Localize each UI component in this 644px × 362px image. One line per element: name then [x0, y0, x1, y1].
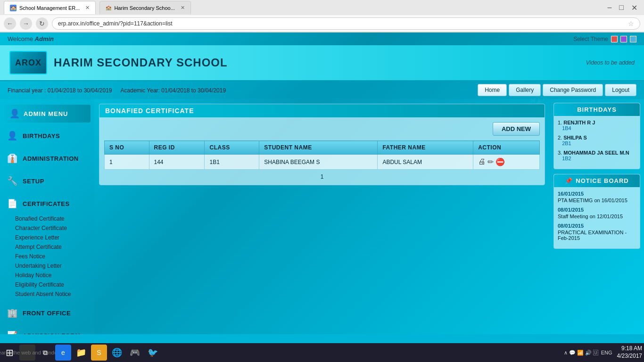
theme-blue[interactable]: [630, 36, 636, 42]
pagination: 1: [104, 173, 540, 180]
nav-bar: Financial year : 01/04/2018 to 30/04/201…: [0, 81, 644, 99]
sidebar-section-administration: 👔 ADMINISTRATION: [0, 147, 94, 170]
sidebar-section-setup: 🔧 SETUP: [0, 170, 94, 192]
sidebar-setup-label: SETUP: [23, 178, 44, 185]
holiday-notice-link[interactable]: Holiday Notice: [9, 271, 94, 280]
certificates-submenu: Bonafied Certificate Character Certifica…: [0, 213, 94, 300]
browser-titlebar: 🏫 School Management ER... ✕ 🏫 Harim Seco…: [0, 0, 644, 15]
financial-info: Financial year : 01/04/2018 to 30/04/201…: [8, 87, 226, 94]
clock-date: 4/23/2017: [617, 353, 642, 360]
tab2-favicon: 🏫: [106, 5, 111, 10]
sidebar-admission-label: ADMISSION FORM: [23, 332, 81, 335]
attempt-certificate-link[interactable]: Attempt Certificate: [9, 242, 94, 252]
app-icon-1[interactable]: S: [91, 345, 107, 361]
sidebar-section-certificates: 📄 CERTIFICATES Bonafied Certificate Char…: [0, 192, 94, 302]
birthday-num-3: 3.: [558, 150, 562, 156]
experience-letter-link[interactable]: Experience Letter: [9, 233, 94, 242]
logout-button[interactable]: Logout: [605, 84, 636, 96]
notice-text-3: PRACTICAL EXAMINATION - Feb-2015: [558, 230, 636, 241]
undertaking-letter-link[interactable]: Undertaking Letter: [9, 261, 94, 271]
student-absent-notice-link[interactable]: Student Absent Notice: [9, 289, 94, 299]
tab2-close-icon[interactable]: ✕: [181, 5, 185, 11]
app-icon-3[interactable]: 🐦: [145, 345, 161, 361]
bonafied-certificate-link[interactable]: Bonafied Certificate: [9, 214, 94, 223]
forward-button[interactable]: →: [20, 17, 32, 30]
birthday-num-2: 2.: [558, 135, 562, 140]
sidebar-item-birthdays[interactable]: 👤 BIRTHDAYS: [0, 126, 94, 145]
sidebar-item-certificates[interactable]: 📄 CERTIFICATES: [0, 194, 94, 213]
admin-menu-icon: 👤: [9, 108, 20, 119]
notice-list: 16/01/2015 PTA MEETIMG on 16/01/2015 08/…: [554, 187, 640, 248]
cell-class: 1B1: [205, 155, 259, 170]
address-bar[interactable]: erp.arox.in/office_admin/?pid=117&action…: [52, 17, 640, 30]
birthdays-header: BIRTHDAYS: [554, 103, 640, 116]
task-view-icon[interactable]: ⧉: [37, 345, 53, 361]
theme-red[interactable]: [611, 36, 618, 42]
chrome-icon[interactable]: 🌐: [109, 345, 125, 361]
tab1-label: School Management ER...: [19, 5, 80, 11]
home-button[interactable]: Home: [478, 84, 507, 96]
admin-menu-header[interactable]: 👤 ADMIN MENU: [4, 105, 91, 123]
sidebar-item-front-office[interactable]: 🏢 FRONT OFFICE: [0, 304, 94, 322]
delete-icon[interactable]: ⛔: [495, 157, 505, 166]
search-taskbar[interactable]: [19, 345, 35, 361]
notice-text-2: Staff Meeting on 12/01/2015: [558, 214, 636, 219]
cell-student-name: SHABINA BEEGAM S: [259, 155, 378, 170]
right-panel: BIRTHDAYS 1. RENJITH R J 1B4 2. SHILPA S…: [550, 99, 644, 334]
financial-year: Financial year : 01/04/2018 to 30/04/201…: [8, 87, 112, 94]
print-icon[interactable]: 🖨: [478, 157, 486, 166]
reload-button[interactable]: ↻: [36, 17, 48, 30]
add-new-row: ADD NEW: [104, 122, 540, 136]
admin-menu-label: ADMIN MENU: [24, 110, 68, 117]
tab-2[interactable]: 🏫 Harim Secondary Schoo... ✕: [99, 1, 190, 14]
nav-buttons: Home Gallery Change Password Logout: [478, 84, 636, 96]
academic-year: Academic Year: 01/04/2018 to 30/04/2019: [121, 87, 226, 94]
table-row: 1 144 1B1 SHABINA BEEGAM S ABDUL SALAM 🖨…: [105, 155, 540, 170]
system-tray: ∧ 💬 📶 🔊 🇺 ENG: [564, 350, 612, 356]
eligibility-certificate-link[interactable]: Eligibility Certificate: [9, 280, 94, 289]
content-area: BONAFIED CERTIFICATE ADD NEW S NO REG ID…: [94, 99, 550, 334]
notice-text-1: PTA MEETIMG on 16/01/2015: [558, 197, 636, 203]
explorer-icon[interactable]: 📁: [73, 345, 89, 361]
col-student-name: STUDENT NAME: [259, 141, 378, 155]
sidebar: 👤 ADMIN MENU 👤 BIRTHDAYS 👔 ADMINISTRATIO…: [0, 99, 94, 334]
taskbar: ⊞ ⧉ e 📁 S 🌐 🎮 🐦 ∧ 💬 📶 🔊 🇺 ENG 9:18 AM 4/…: [0, 343, 644, 362]
tab-1[interactable]: 🏫 School Management ER... ✕: [4, 1, 96, 14]
logo-box: AROX: [9, 51, 47, 74]
minimize-button[interactable]: –: [604, 2, 614, 13]
sidebar-front-office-label: FRONT OFFICE: [23, 310, 71, 317]
browser-controls: ← → ↻ erp.arox.in/office_admin/?pid=117&…: [0, 15, 644, 32]
change-password-button[interactable]: Change Password: [543, 84, 603, 96]
sidebar-item-administration[interactable]: 👔 ADMINISTRATION: [0, 149, 94, 168]
birthday-class-2: 2B1: [558, 140, 571, 146]
notice-pin-icon: 📌: [565, 177, 573, 184]
add-new-button[interactable]: ADD NEW: [493, 122, 540, 136]
sidebar-item-setup[interactable]: 🔧 SETUP: [0, 172, 94, 190]
app-icon-2[interactable]: 🎮: [127, 345, 143, 361]
col-action: ACTION: [473, 141, 540, 155]
maximize-button[interactable]: □: [616, 2, 627, 13]
close-button[interactable]: ✕: [628, 2, 640, 13]
sidebar-section-admission: 📝 ADMISSION FORM: [0, 324, 94, 334]
front-office-icon: 🏢: [6, 306, 19, 320]
edit-icon[interactable]: ✏: [487, 157, 494, 166]
back-button[interactable]: ←: [4, 17, 16, 30]
site-header: AROX HARIM SECONDARY SCHOOL Videos to be…: [0, 45, 644, 81]
bookmark-icon[interactable]: ☆: [628, 20, 634, 27]
tab1-favicon: 🏫: [10, 5, 17, 11]
tab1-close-icon[interactable]: ✕: [85, 5, 90, 11]
notice-header: 📌 NOTICE BOARD: [554, 174, 640, 187]
birthdays-box: BIRTHDAYS 1. RENJITH R J 1B4 2. SHILPA S…: [553, 103, 640, 169]
fees-notice-link[interactable]: Fees Notice: [9, 252, 94, 261]
gallery-button[interactable]: Gallery: [509, 84, 541, 96]
sidebar-birthdays-label: BIRTHDAYS: [23, 132, 60, 140]
notice-item-3: 08/01/2015 PRACTICAL EXAMINATION - Feb-2…: [558, 223, 636, 241]
edge-icon[interactable]: e: [55, 345, 71, 361]
theme-label: Select Theme: [573, 36, 608, 42]
logo-section: AROX HARIM SECONDARY SCHOOL: [9, 51, 228, 74]
sidebar-item-admission[interactable]: 📝 ADMISSION FORM: [0, 326, 94, 334]
birthday-class-3: 1B2: [558, 156, 571, 161]
theme-purple[interactable]: [620, 36, 627, 42]
tray-icons: ∧ 💬 📶 🔊 🇺: [564, 350, 598, 356]
character-certificate-link[interactable]: Character Certificate: [9, 223, 94, 233]
